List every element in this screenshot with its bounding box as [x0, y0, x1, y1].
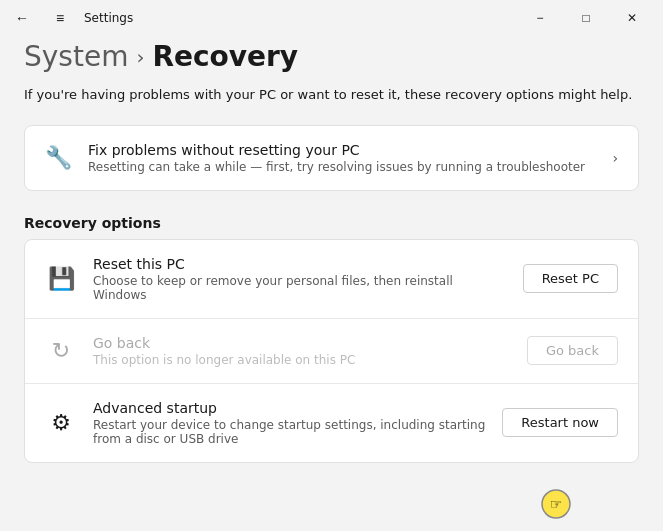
back-button[interactable]: ←: [8, 4, 36, 32]
wrench-icon: 🔧: [45, 145, 72, 170]
maximize-button[interactable]: □: [563, 0, 609, 36]
reset-pc-title: Reset this PC: [93, 256, 507, 272]
restart-now-button[interactable]: Restart now: [502, 408, 618, 437]
breadcrumb-system[interactable]: System: [24, 40, 128, 73]
page-subtitle: If you're having problems with your PC o…: [24, 85, 639, 105]
breadcrumb-current: Recovery: [152, 40, 298, 73]
fix-problems-card[interactable]: 🔧 Fix problems without resetting your PC…: [24, 125, 639, 191]
advanced-startup-desc: Restart your device to change startup se…: [93, 418, 486, 446]
titlebar: ← ≡ Settings − □ ✕: [0, 0, 663, 36]
go-back-desc: This option is no longer available on th…: [93, 353, 511, 367]
go-back-row: ↻ Go back This option is no longer avail…: [25, 319, 638, 384]
fix-card-desc: Resetting can take a while — first, try …: [88, 160, 596, 174]
go-back-text: Go back This option is no longer availab…: [93, 335, 511, 367]
go-back-icon: ↻: [45, 338, 77, 363]
advanced-startup-text: Advanced startup Restart your device to …: [93, 400, 486, 446]
main-content: System › Recovery If you're having probl…: [0, 36, 663, 531]
page-header: System › Recovery: [24, 36, 639, 73]
breadcrumb-separator: ›: [136, 45, 144, 69]
titlebar-title: Settings: [84, 11, 133, 25]
reset-pc-desc: Choose to keep or remove your personal f…: [93, 274, 507, 302]
chevron-right-icon: ›: [612, 150, 618, 166]
hamburger-button[interactable]: ≡: [46, 4, 74, 32]
recovery-section-title: Recovery options: [24, 215, 639, 231]
advanced-startup-icon: ⚙: [45, 410, 77, 435]
reset-pc-row: 💾 Reset this PC Choose to keep or remove…: [25, 240, 638, 319]
advanced-startup-row: ⚙ Advanced startup Restart your device t…: [25, 384, 638, 462]
close-button[interactable]: ✕: [609, 0, 655, 36]
titlebar-left: ← ≡ Settings: [8, 4, 133, 32]
advanced-startup-title: Advanced startup: [93, 400, 486, 416]
reset-pc-text: Reset this PC Choose to keep or remove y…: [93, 256, 507, 302]
reset-pc-button[interactable]: Reset PC: [523, 264, 618, 293]
reset-pc-icon: 💾: [45, 266, 77, 291]
go-back-button: Go back: [527, 336, 618, 365]
go-back-title: Go back: [93, 335, 511, 351]
fix-card-title: Fix problems without resetting your PC: [88, 142, 596, 158]
recovery-options-list: 💾 Reset this PC Choose to keep or remove…: [24, 239, 639, 463]
minimize-button[interactable]: −: [517, 0, 563, 36]
fix-card-text: Fix problems without resetting your PC R…: [88, 142, 596, 174]
titlebar-controls: − □ ✕: [517, 0, 655, 36]
